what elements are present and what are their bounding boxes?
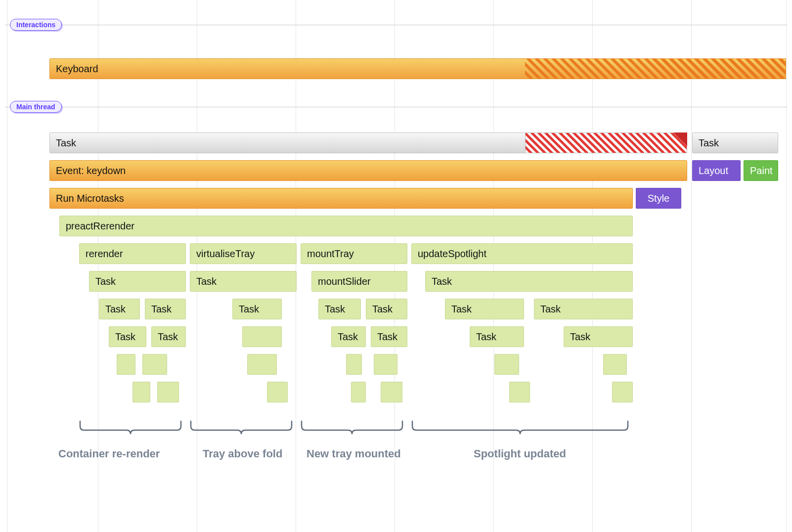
section-rule-main-thread	[5, 107, 787, 107]
section-chip-label: Interactions	[16, 21, 55, 29]
gridline	[296, 0, 296, 532]
annotation-new-tray-mounted: New tray mounted	[307, 447, 401, 460]
flame-bar-label: rerender	[86, 248, 123, 260]
flame-bar-label: Task	[699, 137, 719, 149]
flame-bar-label: Event: keydown	[56, 165, 126, 177]
flame-bar-label: mountTray	[307, 248, 354, 260]
flame-bar-c2-l2[interactable]: Task	[190, 271, 297, 292]
flame-bar-label: Task	[338, 331, 358, 343]
annotation-spotlight-updated: Spotlight updated	[474, 447, 566, 460]
flame-block[interactable]	[351, 382, 366, 402]
flame-bar-label: Task	[476, 331, 496, 343]
flame-bar-c3-l4a[interactable]: Task	[331, 326, 366, 347]
flame-bar-label: Task	[151, 304, 172, 315]
flame-bar-label: virtualiseTray	[196, 248, 255, 260]
flame-block[interactable]	[157, 382, 179, 402]
flame-bar-rerender[interactable]: rerender	[79, 243, 186, 264]
flame-bar-label: Task	[451, 304, 472, 315]
section-chip-label: Main thread	[16, 103, 55, 111]
flame-bar-label: Task	[239, 304, 259, 315]
flame-bar-label: Run Microtasks	[56, 193, 124, 204]
flame-bar-task-short[interactable]: Task	[692, 133, 778, 153]
flame-bar-c3-l4b[interactable]: Task	[371, 326, 407, 347]
brace-icon	[79, 420, 186, 438]
flame-bar-virtualise-tray[interactable]: virtualiseTray	[190, 243, 297, 264]
flame-block[interactable]	[612, 382, 633, 402]
flame-bar-label: Task	[115, 331, 135, 343]
flame-bar-c4-l3a[interactable]: Task	[445, 299, 524, 319]
flame-bar-c2-l3[interactable]: Task	[232, 299, 282, 319]
brace-icon	[301, 420, 407, 438]
flame-bar-label: Keyboard	[56, 63, 98, 75]
flame-bar-label: preactRerender	[66, 221, 134, 232]
flame-bar-label: Task	[377, 331, 397, 343]
flame-bar-run-microtasks[interactable]: Run Microtasks	[49, 188, 633, 209]
flame-bar-mount-slider[interactable]: mountSlider	[311, 271, 407, 292]
flame-bar-c2-l4[interactable]	[242, 326, 282, 347]
flame-bar-c1-l4b[interactable]: Task	[151, 326, 186, 347]
gridline	[197, 0, 197, 532]
flame-bar-task-warning-corner	[673, 133, 687, 146]
flame-bar-c4-l4a[interactable]: Task	[470, 326, 524, 347]
flame-bar-paint[interactable]: Paint	[744, 160, 778, 181]
flame-bar-layout[interactable]: Layout	[692, 160, 741, 181]
flame-bar-label: Task	[95, 276, 116, 287]
flame-block[interactable]	[142, 354, 167, 375]
flame-bar-label: Task	[570, 331, 590, 343]
flame-block[interactable]	[494, 354, 519, 375]
flame-bar-label: Paint	[750, 165, 773, 177]
flame-bar-label: Task	[372, 304, 393, 315]
flame-bar-update-spotlight[interactable]: updateSpotlight	[411, 243, 633, 264]
flame-block[interactable]	[509, 382, 530, 402]
flame-chart-canvas: Interactions Keyboard Main thread Task T…	[0, 0, 792, 532]
flame-bar-c4-l4b[interactable]: Task	[564, 326, 633, 347]
flame-bar-label: mountSlider	[318, 276, 371, 287]
flame-bar-c3-l3a[interactable]: Task	[318, 299, 361, 319]
flame-bar-c4-l3b[interactable]: Task	[534, 299, 633, 319]
flame-bar-c1-l3b[interactable]: Task	[145, 299, 186, 319]
gridline	[7, 0, 7, 532]
flame-bar-label: updateSpotlight	[418, 248, 486, 260]
flame-bar-c1-l4a[interactable]: Task	[109, 326, 146, 347]
flame-block[interactable]	[117, 354, 135, 375]
flame-block[interactable]	[603, 354, 627, 375]
flame-bar-label: Task	[105, 304, 126, 315]
flame-bar-label: Task	[325, 304, 345, 315]
flame-block[interactable]	[132, 382, 150, 402]
flame-bar-label: Task	[432, 276, 452, 287]
section-chip-main-thread[interactable]: Main thread	[10, 101, 62, 113]
flame-bar-label: Layout	[699, 165, 728, 177]
flame-bar-keyboard-overrun	[525, 58, 786, 79]
flame-bar-task-long-warning	[525, 133, 687, 153]
flame-block[interactable]	[374, 354, 397, 375]
flame-bar-label: Task	[158, 331, 178, 343]
flame-bar-label: Style	[648, 193, 669, 204]
flame-block[interactable]	[381, 382, 402, 402]
section-rule-interactions	[5, 25, 787, 25]
flame-bar-label: Task	[196, 276, 217, 287]
flame-block[interactable]	[247, 354, 277, 375]
flame-bar-event-keydown[interactable]: Event: keydown	[49, 160, 687, 181]
gridline	[592, 0, 593, 532]
flame-bar-c1-l3a[interactable]: Task	[99, 299, 140, 319]
gridline	[786, 0, 787, 532]
annotation-tray-above-fold: Tray above fold	[203, 447, 282, 460]
brace-icon	[411, 420, 633, 438]
flame-bar-style[interactable]: Style	[636, 188, 681, 209]
annotation-container-rerender: Container re-render	[58, 447, 160, 460]
brace-icon	[190, 420, 297, 438]
flame-bar-label: Task	[56, 137, 76, 149]
flame-bar-c4-l2[interactable]: Task	[425, 271, 633, 292]
gridline	[691, 0, 692, 532]
section-chip-interactions[interactable]: Interactions	[10, 19, 62, 31]
flame-bar-label: Task	[540, 304, 561, 315]
flame-bar-c3-l3b[interactable]: Task	[366, 299, 407, 319]
flame-bar-mount-tray[interactable]: mountTray	[301, 243, 407, 264]
flame-block[interactable]	[267, 382, 288, 402]
flame-bar-c1-l2[interactable]: Task	[89, 271, 186, 292]
flame-block[interactable]	[346, 354, 362, 375]
flame-bar-preact-rerender[interactable]: preactRerender	[59, 216, 633, 236]
